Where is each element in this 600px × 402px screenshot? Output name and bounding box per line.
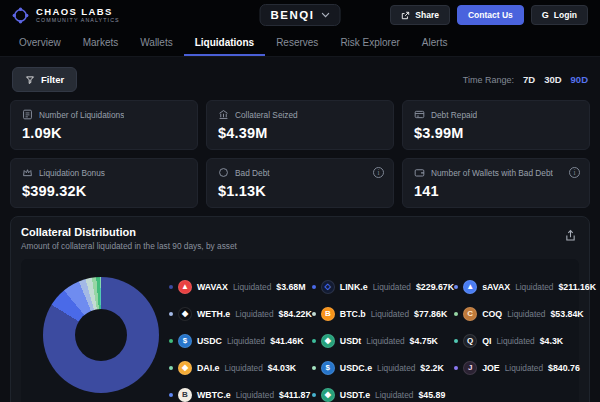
stat-label: Liquidation Bonus [39, 168, 105, 178]
liquidated-label: Liquidated [496, 336, 534, 346]
credit-card-icon [414, 109, 425, 120]
btc.b-token-icon: B [321, 307, 335, 321]
info-icon[interactable]: i [373, 167, 384, 178]
stat-value: $3.99M [414, 125, 578, 141]
liquidated-label: Liquidated [366, 336, 404, 346]
stats-grid: Number of Liquidations 1.09K Collateral … [0, 100, 600, 208]
stat-card-wallets-with-bad-debt: Number of Wallets with Bad Debt 141 i [402, 158, 590, 208]
legend-item[interactable]: B BTC.b Liquidated $77.86K [312, 307, 454, 321]
liquidated-value: $229.67K [416, 282, 454, 292]
legend-bullet [169, 393, 173, 397]
google-icon: G [542, 10, 549, 20]
token-name: WETH.e [197, 309, 230, 319]
liquidated-value: $2.2K [420, 363, 443, 373]
liquidated-label: Liquidated [225, 363, 263, 373]
collateral-panel: ▲ WAVAX Liquidated $3.68M ◇ LINK.e Liqui… [21, 259, 579, 402]
legend-item[interactable]: ▲ WAVAX Liquidated $3.68M [169, 280, 312, 294]
legend-bullet [454, 366, 458, 370]
stat-card-liquidation-bonus: Liquidation Bonus $399.32K [10, 158, 198, 208]
liquidated-value: $41.46K [270, 336, 303, 346]
link.e-token-icon: ◇ [321, 280, 335, 294]
time-range-label: Time Range: [463, 75, 514, 85]
legend-item[interactable]: B WBTC.e Liquidated $411.87 [169, 388, 312, 402]
tab-reserves[interactable]: Reserves [265, 30, 329, 56]
legend-bullet [454, 312, 458, 316]
share-label: Share [415, 10, 439, 20]
usdt.e-token-icon: ◆ [321, 388, 335, 402]
filter-button[interactable]: Filter [12, 67, 77, 92]
tab-liquidations[interactable]: Liquidations [184, 30, 265, 56]
token-name: QI [482, 336, 491, 346]
liquidated-value: $53.84K [550, 309, 583, 319]
stat-value: $399.32K [22, 183, 186, 199]
dai.e-token-icon: ◆ [178, 361, 192, 375]
legend-item[interactable]: ◆ WETH.e Liquidated $84.22K [169, 307, 312, 321]
contact-us-button[interactable]: Contact Us [457, 5, 524, 25]
legend-bullet [312, 366, 316, 370]
stat-label: Number of Liquidations [39, 110, 124, 120]
legend-grid: ▲ WAVAX Liquidated $3.68M ◇ LINK.e Liqui… [169, 267, 596, 402]
legend-item[interactable]: ◆ USDT.e Liquidated $45.89 [312, 388, 454, 402]
token-name: BTC.b [340, 309, 366, 319]
chaos-labs-logo-icon [12, 7, 29, 24]
liquidated-value: $211.16K [558, 282, 596, 292]
legend-item[interactable]: C COQ Liquidated $53.84K [454, 307, 596, 321]
stat-card-number-of-liquidations: Number of Liquidations 1.09K [10, 100, 198, 150]
stat-value: 141 [414, 183, 578, 199]
collateral-title: Collateral Distribution [21, 226, 237, 238]
qi-token-icon: Q [463, 334, 477, 348]
filter-icon [25, 75, 35, 85]
contact-us-label: Contact Us [468, 10, 513, 20]
legend-item[interactable]: J JOE Liquidated $840.76 [454, 361, 596, 375]
info-icon[interactable]: i [569, 167, 580, 178]
brand-title: CHAOS LABS [36, 7, 120, 17]
stat-card-debt-repaid: Debt Repaid $3.99M [402, 100, 590, 150]
tab-wallets[interactable]: Wallets [129, 30, 183, 56]
donut-hole [75, 309, 127, 361]
legend-item[interactable]: $ USDC.e Liquidated $2.2K [312, 361, 454, 375]
tab-overview[interactable]: Overview [8, 30, 72, 56]
liquidated-label: Liquidated [227, 336, 265, 346]
crown-icon [22, 167, 33, 178]
legend-bullet [312, 312, 316, 316]
legend-item[interactable]: ◇ LINK.e Liquidated $229.67K [312, 280, 454, 294]
liquidated-label: Liquidated [377, 363, 415, 373]
time-range-30d[interactable]: 30D [544, 74, 561, 85]
liquidated-label: Liquidated [373, 282, 411, 292]
legend-bullet [169, 312, 173, 316]
stat-value: $1.13K [218, 183, 382, 199]
filter-label: Filter [41, 74, 64, 85]
stat-label: Collateral Seized [235, 110, 298, 120]
legend-bullet [312, 285, 316, 289]
legend-bullet [169, 339, 173, 343]
tab-markets[interactable]: Markets [72, 30, 130, 56]
coq-token-icon: C [463, 307, 477, 321]
liquidated-value: $840.76 [548, 363, 580, 373]
legend-item[interactable]: ◆ USDt Liquidated $4.75K [312, 334, 454, 348]
token-name: USDT.e [340, 390, 370, 400]
time-range-7d[interactable]: 7D [523, 74, 535, 85]
collateral-subtitle: Amount of collateral liquidated in the l… [21, 241, 237, 251]
token-name: USDC [197, 336, 222, 346]
stat-label: Number of Wallets with Bad Debt [431, 168, 553, 178]
legend-item[interactable]: Q QI Liquidated $4.3K [454, 334, 596, 348]
share-button[interactable]: Share [390, 5, 450, 25]
brand-subtitle: COMMUNITY ANALYTICS [36, 17, 120, 23]
legend-item[interactable]: ▲ sAVAX Liquidated $211.16K [454, 280, 596, 294]
brand: CHAOS LABS COMMUNITY ANALYTICS [12, 7, 120, 24]
chevron-down-icon [321, 12, 329, 18]
wallet-icon [414, 167, 425, 178]
protocol-selector[interactable]: BENQI [260, 4, 341, 26]
legend-item[interactable]: ◆ DAI.e Liquidated $4.03K [169, 361, 312, 375]
login-button[interactable]: G Login [531, 5, 588, 25]
tab-risk-explorer[interactable]: Risk Explorer [329, 30, 410, 56]
tab-alerts[interactable]: Alerts [411, 30, 459, 56]
legend-bullet [169, 285, 173, 289]
legend-item[interactable]: $ USDC Liquidated $41.46K [169, 334, 312, 348]
liquidated-value: $4.3K [540, 336, 563, 346]
stat-value: $4.39M [218, 125, 382, 141]
liquidated-label: Liquidated [235, 309, 273, 319]
share-icon [401, 11, 410, 20]
export-button[interactable] [562, 226, 579, 248]
time-range-90d[interactable]: 90D [571, 74, 588, 85]
